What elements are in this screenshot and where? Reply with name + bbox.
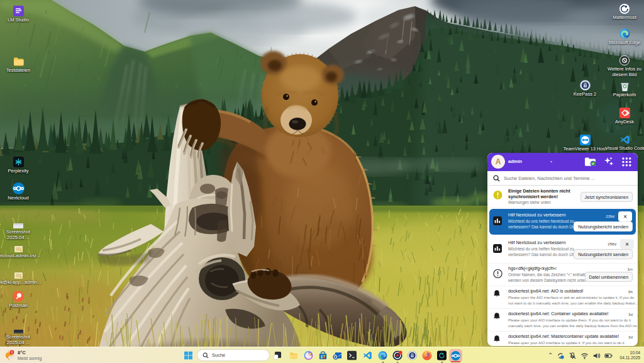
svg-text:6: 6 [11,351,13,354]
